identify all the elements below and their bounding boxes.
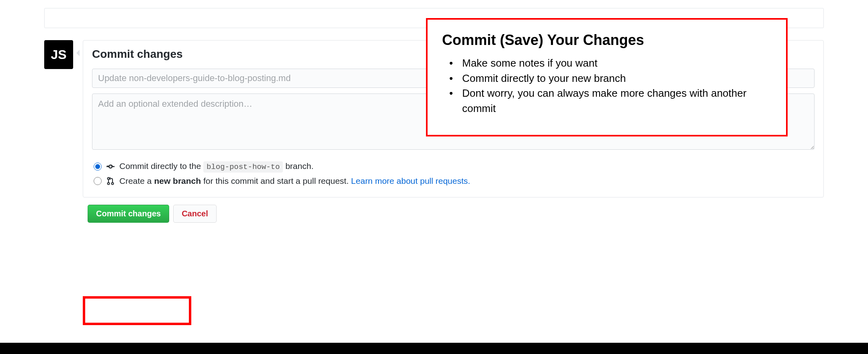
page-wrap: JS Commit changes Commit directly to the…	[0, 0, 868, 354]
svg-point-5	[108, 183, 110, 185]
svg-point-6	[112, 183, 114, 185]
commit-option-newbranch-radio[interactable]	[94, 177, 102, 185]
annotation-callout: Commit (Save) Your Changes Make some not…	[426, 18, 788, 136]
commit-buttons: Commit changes Cancel	[88, 205, 824, 223]
commit-option-newbranch[interactable]: Create a new branch for this commit and …	[92, 174, 815, 188]
annotation-item: Commit directly to your new branch	[442, 71, 772, 86]
annotation-list: Make some notes if you want Commit direc…	[442, 56, 772, 116]
bottom-bar	[0, 343, 868, 354]
annotation-item: Dont worry, you can always make more cha…	[442, 86, 772, 116]
git-pull-request-icon	[106, 177, 115, 185]
annotation-item: Make some notes if you want	[442, 56, 772, 71]
branch-name: blog-post-how-to	[203, 161, 283, 173]
annotation-title: Commit (Save) Your Changes	[442, 32, 772, 49]
avatar-text: JS	[51, 47, 66, 62]
commit-option-direct-radio[interactable]	[94, 163, 102, 171]
cancel-button[interactable]: Cancel	[173, 205, 217, 223]
commit-option-direct[interactable]: Commit directly to the blog-post-how-to …	[92, 159, 815, 174]
commit-button-highlight	[83, 296, 191, 325]
commit-option-newbranch-text: Create a new branch for this commit and …	[119, 176, 470, 186]
git-commit-icon	[106, 163, 115, 171]
learn-more-link[interactable]: Learn more about pull requests.	[351, 176, 471, 185]
avatar: JS	[44, 40, 73, 69]
commit-option-direct-text: Commit directly to the blog-post-how-to …	[119, 161, 313, 171]
commit-button[interactable]: Commit changes	[88, 205, 169, 223]
